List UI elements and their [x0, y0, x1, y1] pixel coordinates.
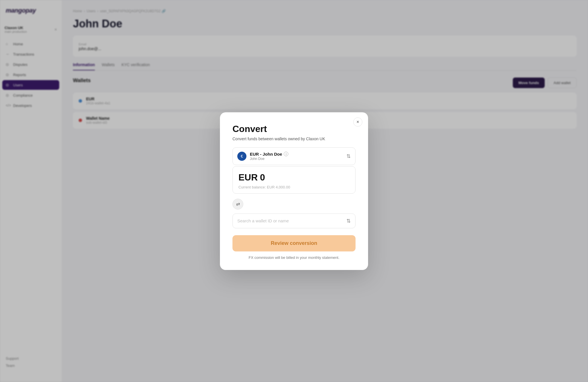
swap-wallets-button[interactable]: ⇄ [232, 199, 243, 210]
destination-placeholder: Search a wallet ID or name [237, 218, 289, 223]
source-wallet-selector[interactable]: € EUR - John Doe i John Doe ⇅ [232, 147, 356, 165]
amount-currency-label: EUR [238, 172, 258, 183]
modal-title: Convert [232, 124, 356, 134]
fx-note: FX commission will be billed in your mon… [232, 255, 356, 260]
wallet-info-icon: i [284, 152, 288, 156]
source-wallet-name: EUR - John Doe i [250, 152, 288, 157]
modal-overlay: × Convert Convert funds between wallets … [0, 0, 588, 382]
review-conversion-label: Review conversion [271, 240, 317, 246]
amount-input-row: EUR [238, 172, 350, 183]
destination-wallet-selector[interactable]: Search a wallet ID or name ⇅ [232, 214, 356, 228]
review-conversion-button[interactable]: Review conversion [232, 235, 356, 251]
source-wallet-info: EUR - John Doe i John Doe [250, 152, 288, 161]
modal-subtitle: Convert funds between wallets owned by C… [232, 137, 356, 141]
amount-input[interactable] [260, 172, 294, 183]
source-wallet-chevron-icon: ⇅ [346, 153, 351, 159]
amount-box: EUR Current balance: EUR 4,000.00 [232, 166, 356, 194]
balance-hint: Current balance: EUR 4,000.00 [238, 185, 350, 189]
close-icon: × [356, 119, 359, 125]
swap-btn-row: ⇄ [232, 199, 356, 210]
source-wallet-left: € EUR - John Doe i John Doe [237, 152, 288, 161]
source-wallet-owner: John Doe [250, 157, 288, 161]
eur-flag-icon: € [237, 152, 246, 161]
convert-modal: × Convert Convert funds between wallets … [220, 112, 368, 270]
swap-icon: ⇄ [236, 201, 240, 207]
destination-chevron-icon: ⇅ [346, 218, 351, 224]
modal-close-button[interactable]: × [353, 117, 362, 127]
eur-symbol: € [241, 154, 243, 159]
